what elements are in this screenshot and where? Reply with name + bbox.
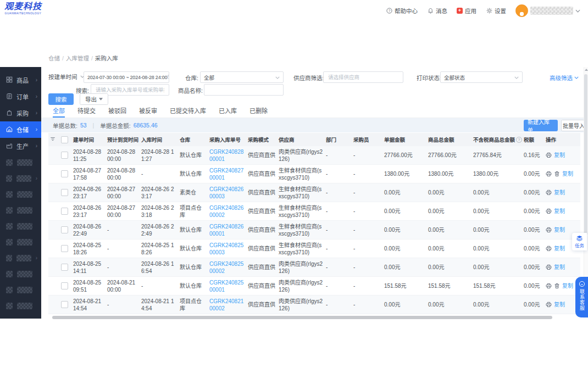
sidebar-item-redacted[interactable]	[0, 218, 41, 234]
horizontal-scrollbar-thumb[interactable]	[52, 316, 552, 319]
sidebar-item-1[interactable]: 订单›	[0, 88, 41, 105]
sidebar-item-redacted[interactable]: ›	[0, 250, 41, 266]
sidebar-item-0[interactable]: 商品›	[0, 72, 41, 88]
row-checkbox[interactable]	[61, 226, 68, 233]
warehouse-select[interactable]: 全部	[200, 71, 284, 83]
supplier-filter-input[interactable]	[323, 71, 403, 83]
cell-warehouse: 默认仓库	[178, 239, 208, 258]
inbound-order-link[interactable]: CGRK24082500001	[209, 280, 243, 293]
supplier-filter-field[interactable]	[327, 74, 400, 81]
warehouse-select-value: 全部	[204, 74, 214, 81]
scroll-up-arrow-icon[interactable]	[585, 69, 588, 71]
sidebar-item-redacted[interactable]	[0, 298, 41, 314]
search-button[interactable]: 搜索	[48, 93, 74, 105]
tab-6[interactable]: 已删除	[249, 106, 268, 118]
bulk-import-button[interactable]: 批量导入	[561, 120, 584, 131]
copy-link[interactable]: 复制	[562, 282, 573, 289]
inbound-order-link[interactable]: CGRK24082100002	[209, 298, 243, 311]
sidebar-item-redacted[interactable]	[0, 282, 41, 298]
search-field[interactable]	[95, 86, 165, 93]
info-icon[interactable]: ?	[516, 137, 522, 143]
copy-link[interactable]: 复制	[562, 170, 573, 177]
copy-link[interactable]: 复制	[554, 245, 565, 252]
account-menu[interactable]	[515, 4, 580, 17]
column-filter-icon[interactable]	[50, 136, 56, 142]
cell-department: -	[324, 165, 352, 183]
row-checkbox[interactable]	[61, 264, 68, 271]
row-checkbox[interactable]	[61, 170, 68, 177]
sidebar-item-redacted[interactable]	[0, 266, 41, 282]
apps-button[interactable]: +应用	[457, 7, 476, 15]
select-all-checkbox[interactable]	[61, 136, 68, 143]
date-type-select[interactable]: 按建单时间	[48, 73, 85, 81]
sidebar-item-4[interactable]: 生产›	[0, 138, 41, 154]
tab-4[interactable]: 已提交待入库	[170, 106, 206, 118]
copy-link[interactable]: 复制	[554, 189, 565, 196]
vertical-scrollbar-thumb[interactable]	[584, 74, 587, 235]
status-tabs: 全部待提交被驳回被反审已提交待入库已入库已删除	[41, 106, 584, 118]
settings-button[interactable]: 设置	[486, 7, 506, 15]
task-float-button[interactable]: 任务	[572, 233, 587, 250]
print-icon[interactable]	[546, 171, 552, 177]
print-icon[interactable]	[546, 302, 552, 308]
sidebar-item-redacted[interactable]	[0, 186, 41, 202]
tab-3[interactable]: 被反审	[139, 106, 157, 118]
copy-link[interactable]: 复制	[554, 301, 565, 308]
print-icon[interactable]	[546, 246, 552, 252]
tab-0[interactable]: 全部	[53, 106, 65, 118]
delete-icon[interactable]	[554, 283, 560, 289]
inbound-order-link[interactable]: CGRK24082800001	[209, 149, 243, 162]
messages-button[interactable]: 消息	[427, 7, 447, 15]
create-inbound-button[interactable]: 新建入库单	[524, 120, 558, 131]
sidebar-item-active-3[interactable]: 仓储›	[0, 121, 41, 138]
sidebar-item-2[interactable]: 采购›	[0, 105, 41, 121]
tab-5[interactable]: 已入库	[219, 106, 237, 118]
print-icon[interactable]	[546, 189, 552, 196]
sidebar-item-redacted[interactable]	[0, 202, 41, 218]
total-amount-label: 单据总金额:	[100, 121, 130, 130]
product-name-input[interactable]	[204, 84, 284, 96]
tab-2[interactable]: 被驳回	[108, 106, 126, 118]
row-checkbox[interactable]	[61, 152, 68, 159]
export-button[interactable]: 导出	[80, 93, 108, 105]
print-icon[interactable]	[546, 227, 552, 233]
redacted-label	[17, 191, 32, 198]
cell-operations: 复制	[544, 146, 580, 165]
print-status-select[interactable]: 全部状态	[440, 71, 523, 83]
help-center-button[interactable]: ? 帮助中心	[386, 7, 418, 15]
inbound-order-link[interactable]: CGRK24082500003	[209, 242, 243, 255]
delete-icon[interactable]	[554, 171, 560, 177]
copy-link[interactable]: 复制	[554, 152, 565, 159]
sidebar-item-redacted[interactable]	[0, 234, 41, 250]
row-checkbox[interactable]	[61, 301, 68, 308]
inbound-order-link[interactable]: CGRK24082600002	[209, 205, 243, 218]
cell-operations: 复制	[544, 165, 580, 183]
tab-1[interactable]: 待提交	[77, 106, 96, 118]
sidebar-item-redacted[interactable]	[0, 154, 41, 170]
inbound-order-link[interactable]: CGRK24082600003	[209, 186, 243, 199]
date-range-input[interactable]: 2024-07-30 00:00 ~ 2024-08-28 24:00	[84, 71, 169, 83]
sidebar-item-redacted[interactable]: ›	[0, 170, 41, 186]
copy-link[interactable]: 复制	[554, 208, 565, 215]
print-icon[interactable]	[546, 208, 552, 214]
copy-link[interactable]: 复制	[554, 264, 565, 271]
row-checkbox[interactable]	[61, 189, 68, 196]
advanced-filter-link[interactable]: 高级筛选	[550, 74, 579, 82]
product-name-field[interactable]	[208, 86, 280, 93]
print-icon[interactable]	[546, 152, 552, 158]
contact-support-button[interactable]: 联系客服	[575, 277, 588, 317]
breadcrumb-item[interactable]: 仓储	[48, 55, 60, 62]
inbound-order-link[interactable]: CGRK24082700001	[209, 168, 243, 181]
print-icon[interactable]	[546, 283, 552, 289]
row-checkbox[interactable]	[61, 245, 68, 252]
inbound-order-link[interactable]: CGRK24082600001	[209, 224, 243, 237]
cell-department: -	[324, 258, 352, 277]
inbound-order-link[interactable]: CGRK24082500002	[209, 261, 243, 274]
breadcrumb-item[interactable]: 入库管理	[66, 55, 89, 62]
copy-link[interactable]: 复制	[554, 226, 565, 233]
brand-logo[interactable]: 观麦科技 GUANMAITECHNOLOGY	[2, 2, 45, 15]
print-icon[interactable]	[546, 264, 552, 270]
row-checkbox[interactable]	[61, 282, 68, 289]
row-checkbox[interactable]	[61, 208, 68, 215]
row-spacer-cell	[48, 295, 59, 314]
